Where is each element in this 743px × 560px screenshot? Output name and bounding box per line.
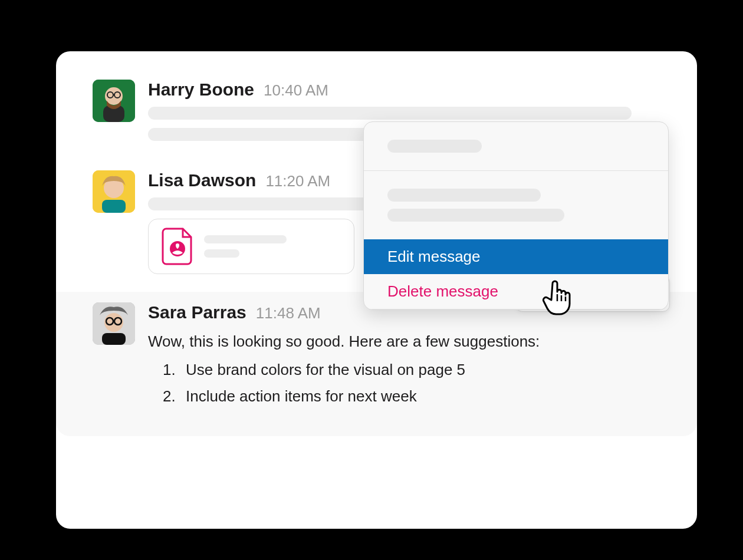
menu-item-placeholder[interactable] xyxy=(387,140,482,153)
message-time: 10:40 AM xyxy=(264,81,328,100)
svg-rect-25 xyxy=(102,333,126,345)
menu-item-placeholder[interactable] xyxy=(387,189,541,202)
message-list: Use brand colors for the visual on page … xyxy=(148,358,660,408)
avatar[interactable] xyxy=(93,170,135,213)
pointer-cursor-icon xyxy=(541,280,573,315)
attachment-title-placeholder xyxy=(204,235,287,243)
menu-section xyxy=(364,122,668,170)
attachment-meta xyxy=(204,235,341,258)
delete-message-menu-item[interactable]: Delete message xyxy=(364,274,668,309)
menu-item-placeholder[interactable] xyxy=(387,209,564,222)
svg-rect-8 xyxy=(102,200,126,213)
edit-message-menu-item[interactable]: Edit message xyxy=(364,239,668,274)
attachment-sub-placeholder xyxy=(204,249,239,258)
message: Sara Parras 11:48 AM Wow, this is lookin… xyxy=(56,292,697,436)
attachment[interactable] xyxy=(148,219,354,274)
author-name[interactable]: Sara Parras xyxy=(148,302,246,322)
message-header: Harry Boone 10:40 AM xyxy=(148,80,660,100)
avatar[interactable] xyxy=(93,302,135,345)
author-name[interactable]: Lisa Dawson xyxy=(148,170,256,190)
avatar[interactable] xyxy=(93,80,135,122)
list-item: Use brand colors for the visual on page … xyxy=(180,358,660,381)
list-item: Include action items for next week xyxy=(180,384,660,408)
pdf-icon xyxy=(162,228,193,265)
author-name[interactable]: Harry Boone xyxy=(148,80,254,100)
message-time: 11:20 AM xyxy=(265,172,330,190)
message-line-placeholder xyxy=(148,107,632,120)
message-text-line: Wow, this is looking so good. Here are a… xyxy=(148,332,540,350)
svg-point-21 xyxy=(104,313,123,332)
message-context-menu: Edit message Delete message xyxy=(363,121,669,310)
menu-divider xyxy=(364,309,668,309)
message-body: Sara Parras 11:48 AM Wow, this is lookin… xyxy=(148,302,660,410)
menu-section xyxy=(364,171,668,239)
chat-card: Harry Boone 10:40 AM Lisa Dawson 11:20 A… xyxy=(56,51,697,529)
message-text: Wow, this is looking so good. Here are a… xyxy=(148,330,660,408)
message-time: 11:48 AM xyxy=(256,304,321,322)
